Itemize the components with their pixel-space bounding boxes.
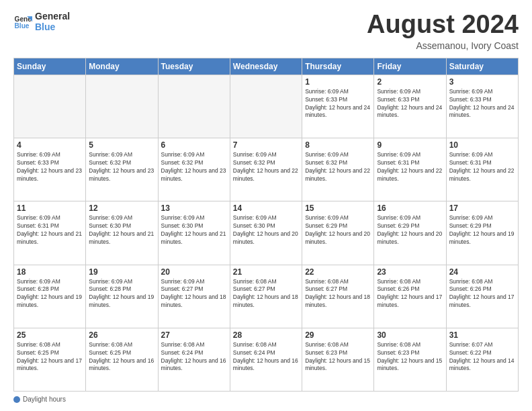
calendar-col-sunday: Sunday (14, 58, 86, 75)
calendar-cell: 31Sunrise: 6:07 AM Sunset: 6:22 PM Dayli… (446, 328, 518, 391)
calendar-cell: 30Sunrise: 6:08 AM Sunset: 6:23 PM Dayli… (374, 328, 446, 391)
svg-text:Blue: Blue (15, 22, 30, 30)
logo: General Blue General Blue (13, 11, 70, 32)
day-info: Sunrise: 6:09 AM Sunset: 6:29 PM Dayligh… (305, 214, 371, 246)
calendar-cell: 19Sunrise: 6:09 AM Sunset: 6:28 PM Dayli… (86, 265, 158, 328)
day-info: Sunrise: 6:09 AM Sunset: 6:31 PM Dayligh… (377, 151, 443, 183)
calendar-cell: 11Sunrise: 6:09 AM Sunset: 6:31 PM Dayli… (14, 201, 86, 265)
day-number: 31 (449, 330, 515, 340)
calendar-col-thursday: Thursday (302, 58, 374, 75)
day-number: 10 (449, 140, 515, 150)
day-info: Sunrise: 6:09 AM Sunset: 6:32 PM Dayligh… (233, 151, 299, 183)
calendar-cell: 14Sunrise: 6:09 AM Sunset: 6:30 PM Dayli… (230, 201, 302, 265)
calendar-cell: 1Sunrise: 6:09 AM Sunset: 6:33 PM Daylig… (302, 75, 374, 138)
calendar-cell (230, 75, 302, 138)
day-info: Sunrise: 6:08 AM Sunset: 6:24 PM Dayligh… (161, 341, 227, 373)
day-info: Sunrise: 6:09 AM Sunset: 6:28 PM Dayligh… (89, 278, 154, 310)
day-number: 28 (233, 330, 299, 340)
day-info: Sunrise: 6:09 AM Sunset: 6:32 PM Dayligh… (305, 151, 371, 183)
day-number: 2 (377, 77, 443, 87)
day-number: 25 (17, 330, 83, 340)
day-info: Sunrise: 6:09 AM Sunset: 6:31 PM Dayligh… (449, 151, 515, 183)
calendar-cell: 25Sunrise: 6:08 AM Sunset: 6:25 PM Dayli… (14, 328, 86, 391)
day-number: 26 (89, 330, 154, 340)
calendar-cell: 22Sunrise: 6:08 AM Sunset: 6:27 PM Dayli… (302, 265, 374, 328)
day-number: 5 (89, 140, 154, 150)
calendar-cell: 8Sunrise: 6:09 AM Sunset: 6:32 PM Daylig… (302, 138, 374, 201)
calendar-cell (14, 75, 86, 138)
calendar-cell (158, 75, 230, 138)
day-number: 13 (161, 203, 227, 213)
day-info: Sunrise: 6:09 AM Sunset: 6:32 PM Dayligh… (89, 151, 154, 183)
page: General Blue General Blue August 2024 As… (0, 0, 532, 411)
location-subtitle: Assemanou, Ivory Coast (367, 40, 519, 51)
calendar-cell: 9Sunrise: 6:09 AM Sunset: 6:31 PM Daylig… (374, 138, 446, 201)
day-number: 14 (233, 203, 299, 213)
logo-line2: Blue (35, 21, 70, 32)
calendar-cell: 12Sunrise: 6:09 AM Sunset: 6:30 PM Dayli… (86, 201, 158, 265)
header: General Blue General Blue August 2024 As… (13, 11, 519, 51)
day-number: 7 (233, 140, 299, 150)
day-info: Sunrise: 6:09 AM Sunset: 6:30 PM Dayligh… (89, 214, 154, 246)
calendar-col-wednesday: Wednesday (230, 58, 302, 75)
day-info: Sunrise: 6:07 AM Sunset: 6:22 PM Dayligh… (449, 341, 515, 373)
day-info: Sunrise: 6:09 AM Sunset: 6:32 PM Dayligh… (161, 151, 227, 183)
day-number: 6 (161, 140, 227, 150)
calendar-week-2: 4Sunrise: 6:09 AM Sunset: 6:33 PM Daylig… (14, 138, 519, 201)
day-info: Sunrise: 6:09 AM Sunset: 6:28 PM Dayligh… (17, 278, 83, 310)
day-number: 12 (89, 203, 154, 213)
day-info: Sunrise: 6:09 AM Sunset: 6:27 PM Dayligh… (161, 278, 227, 310)
calendar-cell: 24Sunrise: 6:08 AM Sunset: 6:26 PM Dayli… (446, 265, 518, 328)
calendar-cell: 10Sunrise: 6:09 AM Sunset: 6:31 PM Dayli… (446, 138, 518, 201)
title-block: August 2024 Assemanou, Ivory Coast (367, 11, 519, 51)
calendar-cell: 4Sunrise: 6:09 AM Sunset: 6:33 PM Daylig… (14, 138, 86, 201)
day-info: Sunrise: 6:08 AM Sunset: 6:25 PM Dayligh… (17, 341, 83, 373)
calendar-cell: 29Sunrise: 6:08 AM Sunset: 6:23 PM Dayli… (302, 328, 374, 391)
footer: Daylight hours (13, 396, 519, 403)
day-number: 17 (449, 203, 515, 213)
day-number: 11 (17, 203, 83, 213)
day-number: 8 (305, 140, 371, 150)
calendar-cell: 18Sunrise: 6:09 AM Sunset: 6:28 PM Dayli… (14, 265, 86, 328)
month-title: August 2024 (367, 11, 519, 39)
calendar-cell: 2Sunrise: 6:09 AM Sunset: 6:33 PM Daylig… (374, 75, 446, 138)
calendar-week-1: 1Sunrise: 6:09 AM Sunset: 6:33 PM Daylig… (14, 75, 519, 138)
calendar-col-friday: Friday (374, 58, 446, 75)
day-number: 23 (377, 267, 443, 277)
calendar-col-saturday: Saturday (446, 58, 518, 75)
day-info: Sunrise: 6:09 AM Sunset: 6:29 PM Dayligh… (449, 214, 515, 246)
day-info: Sunrise: 6:08 AM Sunset: 6:26 PM Dayligh… (449, 278, 515, 310)
calendar-col-monday: Monday (86, 58, 158, 75)
day-info: Sunrise: 6:08 AM Sunset: 6:27 PM Dayligh… (305, 278, 371, 310)
calendar-week-4: 18Sunrise: 6:09 AM Sunset: 6:28 PM Dayli… (14, 265, 519, 328)
calendar-header-row: SundayMondayTuesdayWednesdayThursdayFrid… (14, 58, 519, 75)
day-number: 20 (161, 267, 227, 277)
day-info: Sunrise: 6:09 AM Sunset: 6:33 PM Dayligh… (377, 88, 443, 120)
calendar-cell (86, 75, 158, 138)
day-info: Sunrise: 6:09 AM Sunset: 6:33 PM Dayligh… (305, 88, 371, 120)
calendar-cell: 21Sunrise: 6:08 AM Sunset: 6:27 PM Dayli… (230, 265, 302, 328)
day-info: Sunrise: 6:09 AM Sunset: 6:33 PM Dayligh… (449, 88, 515, 120)
day-number: 9 (377, 140, 443, 150)
day-number: 3 (449, 77, 515, 87)
day-info: Sunrise: 6:08 AM Sunset: 6:27 PM Dayligh… (233, 278, 299, 310)
day-number: 16 (377, 203, 443, 213)
calendar-cell: 15Sunrise: 6:09 AM Sunset: 6:29 PM Dayli… (302, 201, 374, 265)
day-number: 22 (305, 267, 371, 277)
calendar-cell: 5Sunrise: 6:09 AM Sunset: 6:32 PM Daylig… (86, 138, 158, 201)
calendar-cell: 13Sunrise: 6:09 AM Sunset: 6:30 PM Dayli… (158, 201, 230, 265)
calendar-cell: 7Sunrise: 6:09 AM Sunset: 6:32 PM Daylig… (230, 138, 302, 201)
day-number: 15 (305, 203, 371, 213)
day-info: Sunrise: 6:09 AM Sunset: 6:30 PM Dayligh… (233, 214, 299, 246)
day-number: 4 (17, 140, 83, 150)
calendar-cell: 28Sunrise: 6:08 AM Sunset: 6:24 PM Dayli… (230, 328, 302, 391)
day-number: 29 (305, 330, 371, 340)
logo-icon: General Blue (13, 12, 32, 31)
day-info: Sunrise: 6:09 AM Sunset: 6:30 PM Dayligh… (161, 214, 227, 246)
day-info: Sunrise: 6:09 AM Sunset: 6:31 PM Dayligh… (17, 214, 83, 246)
calendar-cell: 23Sunrise: 6:08 AM Sunset: 6:26 PM Dayli… (374, 265, 446, 328)
day-number: 24 (449, 267, 515, 277)
day-info: Sunrise: 6:09 AM Sunset: 6:33 PM Dayligh… (17, 151, 83, 183)
day-number: 1 (305, 77, 371, 87)
day-number: 21 (233, 267, 299, 277)
